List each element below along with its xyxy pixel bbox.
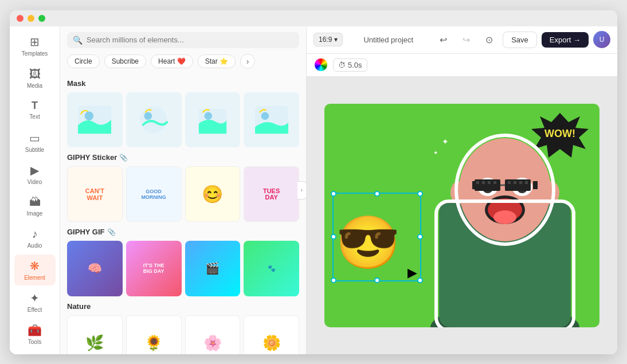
emoji-sticker[interactable]: 😎 [336, 213, 400, 273]
handle-top-mid[interactable] [374, 191, 380, 197]
sticker-item-3[interactable]: 😊 [185, 166, 241, 222]
svg-point-1 [85, 111, 93, 120]
color-picker-button[interactable] [315, 58, 327, 71]
sidebar-item-subtitle-label: Subtitle [25, 147, 44, 153]
sidebar-item-effect-label: Effect [28, 307, 42, 313]
element-icon: ❋ [30, 259, 40, 273]
minimize-button[interactable] [28, 15, 34, 22]
save-button[interactable]: Save [503, 32, 537, 48]
sidebar-item-audio-label: Audio [28, 242, 42, 249]
sidebar-item-image[interactable]: 🏔 Image [14, 190, 56, 221]
nature-grid: 🌿 + 🌻 + 🌸 + 🌼 + [67, 315, 299, 354]
mask-item-3[interactable] [185, 92, 241, 148]
settings-button[interactable]: ⊙ [480, 30, 498, 49]
tools-icon: 🧰 [28, 323, 42, 337]
tags-more-button[interactable]: › [240, 54, 255, 69]
tag-heart[interactable]: Heart ❤️ [151, 54, 193, 68]
gif-item-1[interactable]: 🧠 [67, 241, 123, 296]
person-image [410, 115, 599, 327]
giphy-sticker-section-title: GIPHY Sticker 📎 [67, 153, 299, 162]
handle-top-right[interactable] [417, 191, 423, 197]
sticker-item-4[interactable]: TUESDAY [244, 166, 299, 222]
canvas-viewport[interactable]: WOW! ✦ ✦ [307, 77, 617, 354]
giphy-gif-section-title: GIPHY GIF 📎 [67, 228, 299, 236]
handle-mid-right[interactable] [417, 234, 423, 240]
effect-icon: ✦ [30, 291, 40, 305]
subtitle-icon: ▭ [29, 131, 40, 145]
time-display: ⏱ 5.0s [333, 58, 367, 72]
sidebar-item-element-label: Element [24, 275, 45, 281]
sidebar-item-media[interactable]: 🖼 Media [14, 62, 56, 93]
nature-item-2[interactable]: 🌻 + [126, 315, 182, 354]
tags-row: Circle Subcribe Heart ❤️ Star ⭐ › [60, 52, 306, 73]
mask-item-2[interactable] [126, 92, 182, 148]
aspect-ratio-selector[interactable]: 16:9 ▾ [314, 33, 343, 46]
redo-button[interactable]: ↪ [457, 30, 475, 49]
svg-rect-27 [482, 181, 485, 184]
tag-star[interactable]: Star ⭐ [198, 54, 236, 68]
secondary-bar: ⏱ 5.0s [307, 54, 617, 77]
tag-circle[interactable]: Circle [67, 54, 100, 68]
svg-rect-33 [525, 181, 528, 184]
sidebar-item-element[interactable]: ❋ Element [14, 255, 56, 285]
clock-icon: ⏱ [338, 61, 346, 69]
sidebar-item-image-label: Image [27, 210, 43, 217]
giphy-sticker-grid: CAN'TWAIT GOODMORNING 😊 TUESDAY [67, 166, 299, 222]
sidebar-item-templates[interactable]: ⊞ Templates [14, 31, 56, 62]
svg-point-16 [493, 210, 516, 224]
canvas-content: WOW! ✦ ✦ [324, 104, 599, 327]
svg-point-6 [261, 112, 269, 120]
svg-rect-24 [533, 181, 538, 189]
sidebar-item-effect[interactable]: ✦ Effect [14, 287, 56, 318]
svg-rect-29 [493, 181, 496, 184]
export-button[interactable]: Export → [542, 32, 589, 48]
svg-rect-28 [488, 181, 491, 184]
mask-item-1[interactable] [67, 92, 123, 148]
panel-collapse-button[interactable]: › [297, 181, 307, 199]
undo-button[interactable]: ↩ [434, 30, 452, 49]
sticker-item-1[interactable]: CAN'TWAIT [67, 166, 123, 222]
handle-bottom-right[interactable] [417, 277, 423, 283]
project-title: Untitled project [347, 36, 429, 44]
sidebar-item-text[interactable]: T Text [14, 95, 56, 126]
handle-bottom-mid[interactable] [374, 277, 380, 283]
close-button[interactable] [17, 15, 23, 22]
sidebar-item-text-label: Text [29, 113, 40, 120]
svg-point-2 [140, 107, 167, 133]
nature-item-4[interactable]: 🌼 + [244, 315, 299, 354]
canvas-area: 16:9 ▾ Untitled project ↩ ↪ ⊙ Save Expor… [307, 26, 617, 354]
search-icon: 🔍 [73, 36, 83, 45]
gif-item-4[interactable]: 🐾 [244, 241, 299, 296]
handle-bottom-left[interactable] [331, 277, 336, 283]
topbar-actions: ↩ ↪ ⊙ Save Export → U [434, 30, 610, 49]
sidebar-item-tools-label: Tools [28, 339, 41, 345]
sticker-item-2[interactable]: GOODMORNING [126, 166, 182, 222]
sidebar-item-tools[interactable]: 🧰 Tools [14, 319, 56, 350]
sidebar-item-subtitle[interactable]: ▭ Subtitle [14, 127, 56, 158]
main-layout: ⊞ Templates 🖼 Media T Text ▭ Subtitle ▶ … [10, 26, 617, 354]
audio-icon: ♪ [32, 228, 38, 241]
gif-item-2[interactable]: IT'S THEBIG DAY [126, 241, 182, 296]
nature-item-3[interactable]: 🌸 + [185, 315, 241, 354]
sidebar-item-video[interactable]: ▶ Video [14, 159, 56, 190]
handle-top-left[interactable] [331, 191, 336, 197]
search-input[interactable] [87, 36, 293, 44]
topbar-left: 16:9 ▾ [314, 33, 343, 46]
mask-item-4[interactable] [244, 92, 299, 148]
maximize-button[interactable] [38, 15, 45, 22]
nature-section-title: Nature [67, 302, 299, 311]
nature-item-1[interactable]: 🌿 + [67, 315, 123, 354]
sidebar-item-audio[interactable]: ♪ Audio [14, 222, 56, 253]
mask-grid [67, 92, 299, 148]
app-window: ⊞ Templates 🖼 Media T Text ▭ Subtitle ▶ … [10, 10, 617, 354]
panel-content: Mask [60, 73, 306, 354]
sidebar-item-templates-label: Templates [22, 50, 48, 57]
gif-item-3[interactable]: 🎬 [185, 241, 241, 296]
tag-subscribe[interactable]: Subcribe [104, 54, 146, 68]
cursor: ▶ [407, 265, 417, 280]
svg-rect-26 [476, 181, 479, 184]
titlebar [10, 10, 617, 26]
text-icon: T [32, 100, 38, 112]
svg-rect-23 [472, 181, 477, 189]
search-input-wrap[interactable]: 🔍 [67, 32, 299, 48]
